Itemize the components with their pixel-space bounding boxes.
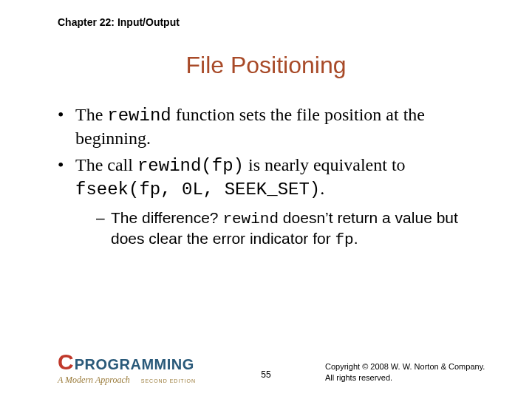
text: . (320, 179, 324, 198)
copyright: Copyright © 2008 W. W. Norton & Company.… (325, 361, 488, 383)
code: rewind (222, 211, 279, 228)
copyright-line: All rights reserved. (325, 372, 488, 383)
slide: Chapter 22: Input/Output File Positionin… (0, 0, 532, 399)
sub-item: The difference? rewind doesn’t return a … (96, 208, 488, 250)
code: rewind (107, 106, 171, 126)
code: fseek(fp, 0L, SEEK_SET) (75, 180, 320, 200)
sub-list: The difference? rewind doesn’t return a … (75, 208, 488, 250)
code: fp (335, 231, 353, 248)
bullet-item: The call rewind(fp) is nearly equivalent… (58, 154, 488, 250)
text: The difference? (111, 209, 222, 226)
code: rewind(fp) (137, 156, 244, 176)
text: . (354, 230, 358, 247)
copyright-line: Copyright © 2008 W. W. Norton & Company. (325, 361, 488, 372)
bullet-list: The rewind function sets the file positi… (58, 103, 488, 250)
text: The (75, 105, 107, 124)
footer: C PROGRAMMING A Modern Approach SECOND E… (0, 349, 532, 386)
book-logo: C PROGRAMMING A Modern Approach SECOND E… (58, 351, 213, 386)
text: The call (75, 155, 137, 174)
body: The rewind function sets the file positi… (58, 103, 488, 255)
slide-title: File Positioning (0, 52, 532, 79)
bullet-item: The rewind function sets the file positi… (58, 103, 488, 149)
text: is nearly equivalent to (244, 155, 406, 174)
chapter-header: Chapter 22: Input/Output (58, 16, 180, 28)
